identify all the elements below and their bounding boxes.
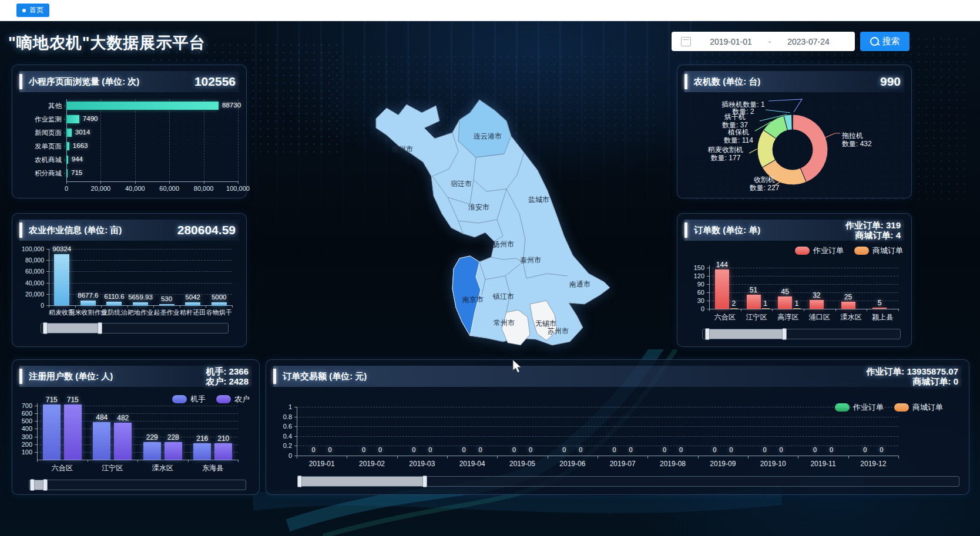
donut-slice-label: 插秧机数量: 1: [721, 100, 765, 109]
donut-slice-label: 数量: 177: [711, 154, 741, 162]
legend-item: 农户: [216, 394, 250, 404]
panel-orders: 订单数 (单位: 单) 作业订单: 319 商城订单: 4 作业订单商城订单15…: [677, 213, 912, 347]
panel-machines-header: 农机数 (单位: 台) 990: [684, 71, 904, 92]
legend-swatch: [216, 395, 231, 403]
datazoom-slider[interactable]: [29, 480, 246, 490]
panel-users: 注册用户数 (单位: 人) 机手: 2366 农户: 2428 机手农户7006…: [12, 359, 260, 495]
users-chart[interactable]: 机手农户700600500400300200100715715六合区484482…: [19, 387, 252, 490]
orders-chart[interactable]: 作业订单商城订单15012090603001442六合区511江宁区451高淳区…: [684, 241, 904, 342]
tab-home[interactable]: 首页: [16, 4, 49, 17]
panel-page-views: 小程序页面浏览量 (单位: 次) 102556 020,00040,00060,…: [12, 65, 247, 198]
date-range-picker[interactable]: 2019-01-01 - 2023-07-24: [672, 32, 855, 51]
map-label-city[interactable]: 镇江市: [493, 292, 514, 302]
orders-stat-mall: 商城订单: 4: [845, 230, 901, 240]
donut-slice-label: 数量: 114: [724, 136, 753, 144]
date-end-input[interactable]: 2023-07-24: [777, 37, 840, 46]
panel-transactions-stats: 作业订单: 13935875.07 商城订单: 0: [866, 366, 962, 386]
orders-stat-work: 作业订单: 319: [845, 220, 901, 230]
browser-tab-bar: 首页: [0, 0, 980, 21]
date-separator: -: [763, 37, 777, 46]
tab-home-label: 首页: [29, 5, 43, 15]
map-label-city[interactable]: 徐州市: [392, 144, 413, 154]
panel-page-views-total: 102556: [194, 75, 239, 89]
legend-swatch: [795, 247, 810, 255]
map-label-city[interactable]: 常州市: [494, 318, 515, 328]
legend-swatch: [172, 395, 187, 403]
machines-donut-chart[interactable]: 拖拉机数量: 432收割机数量: 227稻麦收割机数量: 177植保机数量: 1…: [677, 92, 911, 193]
calendar-icon: [681, 37, 691, 46]
panel-page-views-title: 小程序页面浏览量 (单位: 次): [29, 76, 139, 87]
legend-swatch: [835, 403, 850, 412]
panel-transactions-title: 订单交易额 (单位: 元): [283, 371, 367, 382]
search-icon: [870, 37, 879, 46]
map-label-city[interactable]: 苏州市: [548, 326, 569, 336]
donut-label-line: [749, 149, 757, 153]
header-accent-bar: [273, 369, 276, 384]
header-accent-bar: [19, 223, 22, 238]
panel-users-stats: 机手: 2366 农户: 2428: [206, 366, 252, 386]
transactions-stat-mall: 商城订单: 0: [866, 376, 958, 386]
header-accent-bar: [684, 74, 687, 89]
panel-transactions: 订单交易额 (单位: 元) 作业订单: 13935875.07 商城订单: 0 …: [266, 359, 969, 495]
dashboard: "嘀地农机"大数据展示平台 2019-01-01 - 2023-07-24 搜索: [0, 21, 980, 536]
panel-farm-work: 农业作业信息 (单位: 亩) 280604.59 100,00080,00060…: [12, 213, 247, 347]
legend-item: 商城订单: [894, 402, 943, 413]
donut-slice-label: 数量: 227: [750, 184, 780, 192]
users-stat-drivers: 机手: 2366: [206, 366, 249, 376]
transactions-stat-work: 作业订单: 13935875.07: [866, 366, 958, 376]
panel-users-title: 注册用户数 (单位: 人): [29, 371, 113, 382]
header-accent-bar: [19, 74, 22, 89]
map-label-city[interactable]: 连云港市: [474, 132, 502, 141]
panel-orders-stats: 作业订单: 319 商城订单: 4: [845, 220, 904, 240]
donut-slice-label: 数量: 37: [722, 121, 748, 129]
panel-orders-header: 订单数 (单位: 单) 作业订单: 319 商城订单: 4: [684, 220, 904, 241]
page-views-chart[interactable]: 020,00040,00060,00080,000100,000其他88730作…: [19, 92, 239, 193]
users-stat-farmers: 农户: 2428: [206, 376, 249, 386]
tab-dot-icon: [22, 9, 26, 12]
panel-machines-title: 农机数 (单位: 台): [694, 76, 760, 87]
donut-label-line: [768, 99, 802, 112]
panel-users-header: 注册用户数 (单位: 人) 机手: 2366 农户: 2428: [19, 366, 252, 387]
map-label-city[interactable]: 淮安市: [468, 203, 489, 213]
map-label-city[interactable]: 扬州市: [493, 240, 514, 250]
jiangsu-map[interactable]: 徐州市连云港市宿迁市淮安市盐城市扬州市泰州市南通市南京市镇江市常州市无锡市苏州市: [370, 82, 676, 364]
donut-slice-label: 植保机: [727, 128, 749, 136]
legend-swatch: [894, 403, 909, 412]
legend-item: 机手: [172, 394, 206, 404]
panel-farm-work-header: 农业作业信息 (单位: 亩) 280604.59: [19, 220, 239, 241]
panel-machines: 农机数 (单位: 台) 990 拖拉机数量: 432收割机数量: 227稻麦收割…: [677, 65, 912, 198]
farm-work-chart[interactable]: 100,00080,00060,00040,00020,000090324稻麦收…: [19, 241, 239, 342]
header-accent-bar: [19, 369, 22, 384]
map-label-city[interactable]: 宿迁市: [451, 179, 472, 189]
legend-item: 作业订单: [835, 402, 884, 413]
donut-label-line: [766, 110, 790, 113]
panel-page-views-header: 小程序页面浏览量 (单位: 次) 102556: [19, 71, 239, 92]
search-button[interactable]: 搜索: [860, 32, 909, 51]
panel-orders-title: 订单数 (单位: 单): [694, 225, 760, 236]
mouse-cursor: [512, 359, 523, 373]
datazoom-slider[interactable]: [41, 323, 229, 333]
panel-transactions-header: 订单交易额 (单位: 元) 作业订单: 13935875.07 商城订单: 0: [273, 366, 962, 387]
panel-farm-work-total: 280604.59: [177, 223, 239, 237]
date-start-input[interactable]: 2019-01-01: [699, 37, 763, 46]
donut-slice-label: 收割机: [754, 176, 775, 184]
map-label-city[interactable]: 泰州市: [520, 255, 541, 265]
transactions-chart[interactable]: 作业订单商城订单10.80.60.40.20002019-01002019-02…: [273, 387, 962, 490]
page-title: "嘀地农机"大数据展示平台: [8, 32, 206, 53]
map-label-city[interactable]: 盐城市: [528, 195, 549, 205]
donut-slice-label: 稻麦收割机: [707, 146, 743, 154]
panel-farm-work-title: 农业作业信息 (单位: 亩): [29, 225, 122, 236]
panel-machines-total: 990: [880, 75, 904, 89]
search-button-label: 搜索: [882, 36, 900, 47]
donut-label-line: [824, 133, 840, 138]
donut-slice-label: 数量: 432: [842, 140, 872, 148]
legend-item: 作业订单: [795, 245, 844, 256]
donut-slice-label: 拖拉机: [841, 132, 863, 140]
map-label-city[interactable]: 南京市: [462, 295, 484, 305]
datazoom-slider[interactable]: [702, 329, 901, 339]
legend-swatch: [854, 247, 869, 255]
map-label-city[interactable]: 南通市: [569, 279, 590, 289]
legend-item: 商城订单: [854, 245, 903, 256]
header-accent-bar: [684, 223, 687, 238]
datazoom-slider[interactable]: [298, 476, 959, 487]
